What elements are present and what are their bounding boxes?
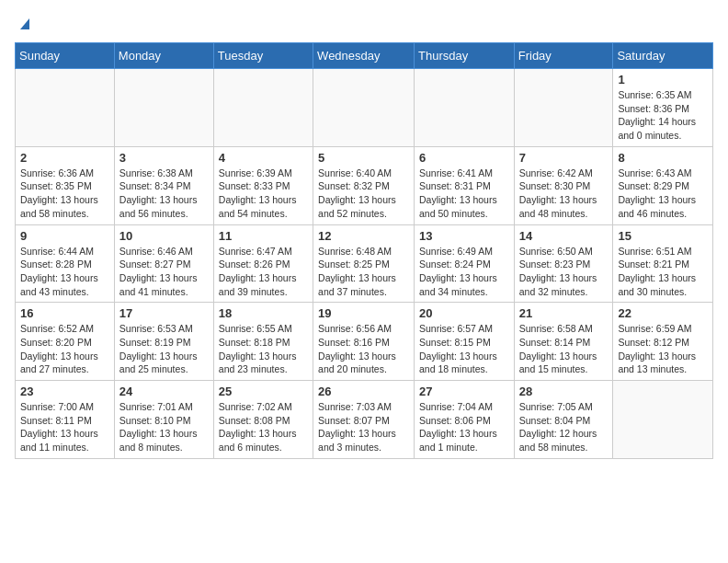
day-info: Sunrise: 6:53 AM Sunset: 8:19 PM Dayligh…	[119, 322, 209, 376]
day-number: 7	[519, 151, 609, 165]
calendar-table: SundayMondayTuesdayWednesdayThursdayFrid…	[15, 42, 713, 459]
calendar-cell: 14Sunrise: 6:50 AM Sunset: 8:23 PM Dayli…	[514, 224, 613, 303]
day-number: 9	[20, 229, 109, 243]
day-info: Sunrise: 6:48 AM Sunset: 8:25 PM Dayligh…	[318, 245, 409, 299]
day-info: Sunrise: 6:35 AM Sunset: 8:36 PM Dayligh…	[618, 88, 708, 143]
day-number: 21	[519, 306, 609, 320]
day-number: 12	[318, 229, 409, 243]
calendar-cell: 21Sunrise: 6:58 AM Sunset: 8:14 PM Dayli…	[514, 303, 613, 381]
weekday-header-wednesday: Wednesday	[313, 43, 415, 69]
calendar-cell: 7Sunrise: 6:42 AM Sunset: 8:30 PM Daylig…	[514, 146, 613, 224]
day-number: 4	[219, 151, 308, 165]
calendar-cell: 3Sunrise: 6:38 AM Sunset: 8:34 PM Daylig…	[114, 146, 213, 224]
day-number: 26	[318, 385, 409, 398]
calendar-cell: 23Sunrise: 7:00 AM Sunset: 8:11 PM Dayli…	[16, 381, 115, 459]
calendar-week-5: 23Sunrise: 7:00 AM Sunset: 8:11 PM Dayli…	[16, 381, 713, 459]
day-number: 1	[618, 73, 708, 86]
calendar-cell	[415, 69, 515, 147]
calendar-cell: 25Sunrise: 7:02 AM Sunset: 8:08 PM Dayli…	[213, 381, 313, 459]
day-number: 28	[519, 385, 609, 398]
day-number: 19	[318, 306, 409, 320]
calendar-week-2: 2Sunrise: 6:36 AM Sunset: 8:35 PM Daylig…	[16, 146, 713, 224]
calendar-header-row: SundayMondayTuesdayWednesdayThursdayFrid…	[16, 43, 713, 69]
day-info: Sunrise: 6:36 AM Sunset: 8:35 PM Dayligh…	[20, 167, 109, 221]
calendar-cell: 28Sunrise: 7:05 AM Sunset: 8:04 PM Dayli…	[514, 381, 613, 459]
day-number: 17	[119, 306, 209, 320]
day-info: Sunrise: 6:39 AM Sunset: 8:33 PM Dayligh…	[219, 167, 308, 221]
svg-marker-0	[20, 18, 29, 29]
calendar-cell: 24Sunrise: 7:01 AM Sunset: 8:10 PM Dayli…	[114, 381, 213, 459]
day-info: Sunrise: 6:50 AM Sunset: 8:23 PM Dayligh…	[519, 245, 609, 299]
day-info: Sunrise: 6:59 AM Sunset: 8:12 PM Dayligh…	[618, 322, 708, 376]
day-number: 20	[419, 306, 509, 320]
day-info: Sunrise: 7:04 AM Sunset: 8:06 PM Dayligh…	[419, 400, 509, 454]
calendar-cell: 20Sunrise: 6:57 AM Sunset: 8:15 PM Dayli…	[415, 303, 515, 381]
weekday-header-monday: Monday	[114, 43, 213, 69]
calendar-cell	[514, 69, 613, 147]
calendar-cell: 26Sunrise: 7:03 AM Sunset: 8:07 PM Dayli…	[313, 381, 415, 459]
logo-icon	[17, 15, 33, 31]
day-number: 23	[20, 385, 109, 398]
day-info: Sunrise: 6:42 AM Sunset: 8:30 PM Dayligh…	[519, 167, 609, 221]
day-info: Sunrise: 7:03 AM Sunset: 8:07 PM Dayligh…	[318, 400, 409, 454]
weekday-header-sunday: Sunday	[16, 43, 115, 69]
day-info: Sunrise: 6:38 AM Sunset: 8:34 PM Dayligh…	[119, 167, 209, 221]
calendar-cell: 27Sunrise: 7:04 AM Sunset: 8:06 PM Dayli…	[415, 381, 515, 459]
calendar-week-4: 16Sunrise: 6:52 AM Sunset: 8:20 PM Dayli…	[16, 303, 713, 381]
logo	[15, 15, 33, 35]
calendar-cell	[613, 381, 713, 459]
day-number: 24	[119, 385, 209, 398]
calendar-cell	[313, 69, 415, 147]
calendar-cell: 15Sunrise: 6:51 AM Sunset: 8:21 PM Dayli…	[613, 224, 713, 303]
day-number: 27	[419, 385, 509, 398]
day-number: 25	[219, 385, 308, 398]
day-info: Sunrise: 6:56 AM Sunset: 8:16 PM Dayligh…	[318, 322, 409, 376]
calendar-cell: 19Sunrise: 6:56 AM Sunset: 8:16 PM Dayli…	[313, 303, 415, 381]
day-number: 10	[119, 229, 209, 243]
day-info: Sunrise: 6:40 AM Sunset: 8:32 PM Dayligh…	[318, 167, 409, 221]
day-number: 15	[618, 229, 708, 243]
calendar-cell: 11Sunrise: 6:47 AM Sunset: 8:26 PM Dayli…	[213, 224, 313, 303]
calendar-cell: 12Sunrise: 6:48 AM Sunset: 8:25 PM Dayli…	[313, 224, 415, 303]
calendar-cell: 18Sunrise: 6:55 AM Sunset: 8:18 PM Dayli…	[213, 303, 313, 381]
day-number: 3	[119, 151, 209, 165]
calendar-cell	[16, 69, 115, 147]
day-info: Sunrise: 6:43 AM Sunset: 8:29 PM Dayligh…	[618, 167, 708, 221]
calendar-cell: 8Sunrise: 6:43 AM Sunset: 8:29 PM Daylig…	[613, 146, 713, 224]
calendar-cell: 2Sunrise: 6:36 AM Sunset: 8:35 PM Daylig…	[16, 146, 115, 224]
weekday-header-tuesday: Tuesday	[213, 43, 313, 69]
calendar-week-3: 9Sunrise: 6:44 AM Sunset: 8:28 PM Daylig…	[16, 224, 713, 303]
calendar-cell: 9Sunrise: 6:44 AM Sunset: 8:28 PM Daylig…	[16, 224, 115, 303]
calendar-cell: 22Sunrise: 6:59 AM Sunset: 8:12 PM Dayli…	[613, 303, 713, 381]
day-info: Sunrise: 7:02 AM Sunset: 8:08 PM Dayligh…	[219, 400, 308, 454]
day-info: Sunrise: 7:05 AM Sunset: 8:04 PM Dayligh…	[519, 400, 609, 454]
day-info: Sunrise: 7:01 AM Sunset: 8:10 PM Dayligh…	[119, 400, 209, 454]
day-number: 8	[618, 151, 708, 165]
day-info: Sunrise: 6:47 AM Sunset: 8:26 PM Dayligh…	[219, 245, 308, 299]
day-info: Sunrise: 6:49 AM Sunset: 8:24 PM Dayligh…	[419, 245, 509, 299]
calendar-cell	[114, 69, 213, 147]
calendar-cell: 17Sunrise: 6:53 AM Sunset: 8:19 PM Dayli…	[114, 303, 213, 381]
day-number: 22	[618, 306, 708, 320]
weekday-header-saturday: Saturday	[613, 43, 713, 69]
calendar-cell: 5Sunrise: 6:40 AM Sunset: 8:32 PM Daylig…	[313, 146, 415, 224]
day-number: 2	[20, 151, 109, 165]
day-info: Sunrise: 6:58 AM Sunset: 8:14 PM Dayligh…	[519, 322, 609, 376]
day-number: 18	[219, 306, 308, 320]
day-info: Sunrise: 6:51 AM Sunset: 8:21 PM Dayligh…	[618, 245, 708, 299]
day-info: Sunrise: 7:00 AM Sunset: 8:11 PM Dayligh…	[20, 400, 109, 454]
calendar-week-1: 1Sunrise: 6:35 AM Sunset: 8:36 PM Daylig…	[16, 69, 713, 147]
day-number: 13	[419, 229, 509, 243]
day-number: 16	[20, 306, 109, 320]
day-number: 14	[519, 229, 609, 243]
calendar-cell: 6Sunrise: 6:41 AM Sunset: 8:31 PM Daylig…	[415, 146, 515, 224]
calendar-cell: 1Sunrise: 6:35 AM Sunset: 8:36 PM Daylig…	[613, 69, 713, 147]
day-info: Sunrise: 6:46 AM Sunset: 8:27 PM Dayligh…	[119, 245, 209, 299]
day-info: Sunrise: 6:44 AM Sunset: 8:28 PM Dayligh…	[20, 245, 109, 299]
day-info: Sunrise: 6:52 AM Sunset: 8:20 PM Dayligh…	[20, 322, 109, 376]
page-header	[15, 15, 713, 35]
calendar-cell: 10Sunrise: 6:46 AM Sunset: 8:27 PM Dayli…	[114, 224, 213, 303]
day-number: 11	[219, 229, 308, 243]
weekday-header-friday: Friday	[514, 43, 613, 69]
day-number: 6	[419, 151, 509, 165]
